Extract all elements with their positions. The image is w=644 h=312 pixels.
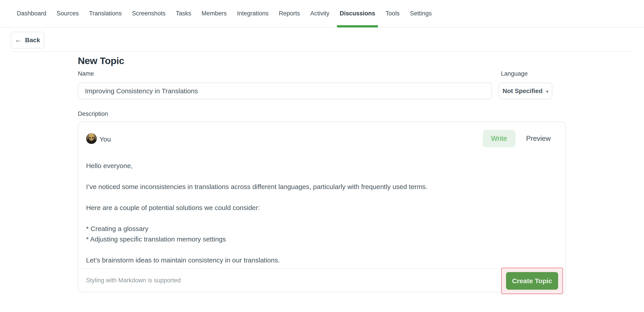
avatar: [86, 133, 97, 144]
editor-footer: Styling with Markdown is supported: [78, 268, 565, 292]
create-topic-highlight: Create Topic: [501, 268, 563, 294]
description-line: Hello everyone,: [86, 160, 558, 171]
nav-item-integrations[interactable]: Integrations: [234, 0, 271, 27]
description-line: Let’s brainstorm ideas to maintain consi…: [86, 255, 558, 265]
back-button[interactable]: ← Back: [11, 32, 44, 48]
description-line: * Creating a glossary: [86, 223, 558, 234]
chevron-down-icon: ▾: [546, 89, 548, 94]
description-textarea[interactable]: Hello everyone, I’ve noticed some incons…: [78, 160, 565, 265]
nav-item-reports[interactable]: Reports: [276, 0, 303, 27]
nav-item-tasks[interactable]: Tasks: [173, 0, 194, 27]
create-topic-button[interactable]: Create Topic: [506, 272, 558, 290]
editor-header: You Write Preview: [78, 122, 565, 151]
nav-item-sources[interactable]: Sources: [54, 0, 82, 27]
nav-item-settings[interactable]: Settings: [407, 0, 434, 27]
nav-item-translations[interactable]: Translations: [86, 0, 124, 27]
page: Dashboard Sources Translations Screensho…: [0, 0, 644, 312]
markdown-hint: Styling with Markdown is supported: [86, 277, 181, 284]
nav-item-activity[interactable]: Activity: [308, 0, 332, 27]
description-editor-card: You Write Preview Hello everyone, I’ve n…: [78, 122, 566, 292]
nav-item-members[interactable]: Members: [199, 0, 230, 27]
nav-item-tools[interactable]: Tools: [383, 0, 402, 27]
tab-preview[interactable]: Preview: [526, 135, 551, 143]
description-line: * Adjusting specific translation memory …: [86, 234, 558, 244]
description-label: Description: [78, 111, 108, 117]
back-label: Back: [25, 37, 40, 44]
language-dropdown-value: Not Specified: [503, 88, 543, 95]
author-name: You: [100, 136, 111, 143]
language-label: Language: [501, 70, 528, 77]
description-line: Here are a couple of potential solutions…: [86, 202, 558, 213]
nav-item-dashboard[interactable]: Dashboard: [14, 0, 49, 27]
new-topic-form: New Topic Name Language Not Specified ▾ …: [78, 55, 566, 66]
project-nav: Dashboard Sources Translations Screensho…: [0, 0, 644, 27]
description-line: I’ve noticed some inconsistencies in tra…: [86, 181, 558, 192]
divider: [12, 51, 632, 52]
nav-item-discussions[interactable]: Discussions: [337, 0, 378, 27]
nav-item-screenshots[interactable]: Screenshots: [129, 0, 168, 27]
editor-tabs: Write Preview: [483, 130, 551, 147]
back-arrow-icon: ←: [15, 36, 22, 43]
language-dropdown[interactable]: Not Specified ▾: [499, 83, 552, 99]
page-title: New Topic: [78, 55, 566, 66]
topic-name-input[interactable]: [78, 83, 492, 99]
tab-write[interactable]: Write: [483, 130, 516, 147]
name-label: Name: [78, 70, 94, 77]
